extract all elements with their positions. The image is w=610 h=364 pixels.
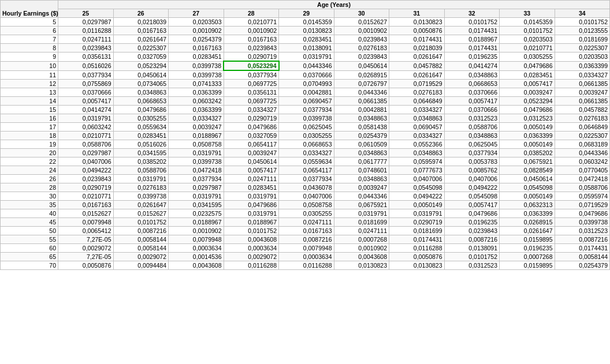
- data-cell: 0,0559634: [113, 123, 169, 132]
- data-cell: 0,0181699: [555, 35, 610, 44]
- data-cell: 0,0290719: [389, 218, 445, 227]
- age-col-header-31: 31: [389, 9, 445, 18]
- data-cell: 0,0603242: [58, 123, 114, 132]
- data-cell: 0,0101752: [224, 227, 279, 235]
- data-cell: 0,0174431: [555, 244, 610, 253]
- data-cell: 0,0159895: [500, 261, 555, 270]
- table-row: 450,00799480,01017520,01889670,01889670,…: [1, 218, 610, 227]
- data-cell: 0,0210771: [224, 18, 279, 27]
- data-cell: 0,0188967: [169, 132, 224, 140]
- row-label: 8: [1, 44, 58, 52]
- data-cell: 0,0770405: [555, 166, 610, 175]
- age-group-header: Age (Years): [58, 1, 610, 9]
- data-cell: 0,0261647: [500, 227, 555, 235]
- data-cell: 0,0632313: [500, 201, 555, 209]
- data-cell: 0,0123555: [555, 27, 610, 35]
- data-cell: 0,0777673: [389, 166, 445, 175]
- data-cell: 0,0239843: [58, 44, 114, 52]
- data-cell: 0,0181699: [334, 218, 389, 227]
- data-cell: 7,27E-05: [58, 253, 114, 261]
- data-cell: 0,0545098: [444, 192, 500, 201]
- data-cell: 0,0159895: [500, 235, 555, 244]
- table-row: 180,02107710,02834510,01889670,03270590,…: [1, 132, 610, 140]
- data-cell: 0,0116288: [58, 27, 114, 35]
- data-cell: 0,0003634: [279, 253, 334, 261]
- data-cell: 0,0479686: [113, 106, 169, 114]
- data-cell: 0,0654117: [279, 166, 334, 175]
- table-row: 700,00508760,00944840,00436080,01162880,…: [1, 261, 610, 270]
- data-cell: 0,0545098: [500, 183, 555, 192]
- data-cell: 0,0690457: [279, 97, 334, 106]
- data-cell: 0,0130823: [389, 261, 445, 270]
- data-cell: 0,0588706: [555, 183, 610, 192]
- data-cell: 0,0203503: [500, 35, 555, 44]
- row-label: 17: [1, 123, 58, 132]
- data-cell: 0,0276183: [334, 44, 389, 52]
- data-cell: 0,0704993: [279, 80, 334, 88]
- data-cell: 0,0363399: [500, 132, 555, 140]
- data-cell: 0,0203503: [169, 18, 224, 27]
- data-cell: 0,0595974: [389, 157, 445, 166]
- data-cell: 0,0370666: [444, 106, 500, 114]
- data-cell: 0,0319791: [224, 192, 279, 201]
- data-cell: 0,0039247: [224, 149, 279, 157]
- data-cell: 0,0210771: [500, 44, 555, 52]
- data-cell: 0,0494222: [58, 166, 114, 175]
- data-cell: 0,0053783: [444, 157, 500, 166]
- data-cell: 0,0101752: [500, 27, 555, 35]
- data-cell: 0,0399738: [555, 218, 610, 227]
- data-cell: 0,0457882: [555, 106, 610, 114]
- table-row: 90,03561310,03270590,02834510,02907190,0…: [1, 52, 610, 62]
- data-cell: 0,0247111: [224, 175, 279, 183]
- data-cell: 0,0407006: [58, 157, 114, 166]
- data-cell: 0,0654117: [224, 140, 279, 149]
- table-row: 600,00290720,00581440,00036340,00036340,…: [1, 244, 610, 253]
- data-cell: 0,0305255: [500, 52, 555, 62]
- data-cell: 0,0319791: [279, 52, 334, 62]
- data-cell: 0,0283451: [169, 52, 224, 62]
- data-cell: 0,0057417: [444, 201, 500, 209]
- data-cell: 0,0545098: [389, 183, 445, 192]
- data-cell: 0,0443346: [334, 192, 389, 201]
- data-cell: 0,0661385: [555, 80, 610, 88]
- row-label: 7: [1, 35, 58, 44]
- row-label: 28: [1, 183, 58, 192]
- data-cell: 0,0203503: [555, 52, 610, 62]
- data-cell: 0,0363399: [555, 61, 610, 70]
- data-cell: 0,0039247: [334, 183, 389, 192]
- row-label: 26: [1, 175, 58, 183]
- data-cell: 0,0225307: [555, 44, 610, 52]
- table-row: 50,02979870,02180390,02035030,02107710,0…: [1, 18, 610, 27]
- data-cell: 0,0232575: [169, 209, 224, 218]
- age-col-header-26: 26: [113, 9, 169, 18]
- data-cell: 0,0268915: [500, 218, 555, 227]
- data-cell: 0,0472418: [555, 175, 610, 183]
- data-cell: 0,0407006: [389, 175, 445, 183]
- data-cell: 0,0167163: [224, 35, 279, 44]
- data-cell: 0,0726797: [334, 80, 389, 88]
- data-cell: 0,0668653: [113, 97, 169, 106]
- table-row: 110,03779340,04506140,03997380,03779340,…: [1, 70, 610, 80]
- data-cell: 0,0588706: [444, 123, 500, 132]
- data-cell: 0,0305255: [279, 209, 334, 218]
- data-cell: 0,0370666: [444, 88, 500, 97]
- data-cell: 0,0010902: [224, 27, 279, 35]
- data-cell: 0,0050876: [389, 253, 445, 261]
- data-cell: 0,0087216: [279, 235, 334, 244]
- data-cell: 0,0523294: [113, 61, 169, 70]
- data-cell: 0,0327059: [224, 132, 279, 140]
- data-cell: 0,0050876: [58, 261, 114, 270]
- data-cell: 0,0377934: [279, 106, 334, 114]
- data-cell: 0,0479686: [444, 209, 500, 218]
- data-cell: 0,0261647: [389, 70, 445, 80]
- data-cell: 0,0443346: [334, 88, 389, 97]
- data-cell: 0,0319791: [169, 192, 224, 201]
- table-row: 190,05887060,05160260,05087580,06541170,…: [1, 140, 610, 149]
- data-cell: 0,0479686: [224, 123, 279, 132]
- data-cell: 0,0297987: [58, 149, 114, 157]
- data-cell: 0,0494222: [389, 192, 445, 201]
- data-cell: 0,0319791: [224, 209, 279, 218]
- row-label: 60: [1, 244, 58, 253]
- data-cell: 0,0319791: [334, 209, 389, 218]
- data-cell: 0,0297987: [169, 183, 224, 192]
